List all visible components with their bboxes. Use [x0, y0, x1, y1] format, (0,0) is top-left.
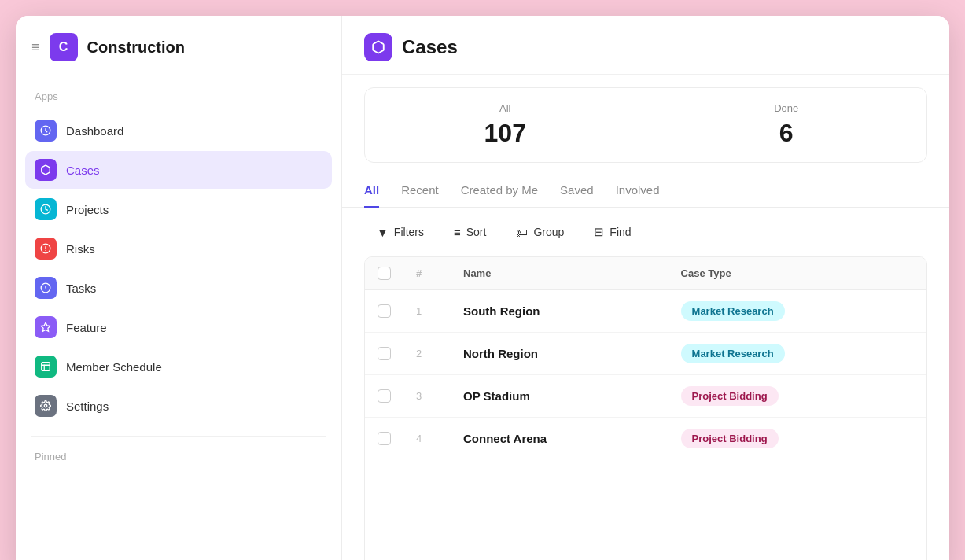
cases-table: # Name Case Type 1 South Region Market R… [364, 256, 927, 560]
table-row: 2 North Region Market Research [365, 333, 926, 375]
filters-button[interactable]: ▼ Filters [364, 219, 436, 245]
row-checkbox-4[interactable] [378, 432, 391, 445]
filter-icon: ▼ [377, 226, 389, 239]
sidebar-item-label-settings: Settings [66, 400, 109, 413]
row-checkbox-3[interactable] [378, 389, 391, 403]
workspace-avatar: C [50, 33, 78, 61]
sidebar-item-label-dashboard: Dashboard [66, 124, 123, 138]
sidebar-item-projects[interactable]: Projects [25, 190, 332, 228]
tabs-row: AllRecentCreated by MeSavedInvolved [342, 175, 949, 208]
case-type-badge-4: Project Bidding [681, 429, 779, 448]
sidebar-nav: DashboardCasesProjectsRisksTasksFeatureM… [16, 109, 341, 428]
sidebar-item-label-member-schedule: Member Schedule [66, 360, 162, 374]
col-case-type: Case Type [669, 257, 926, 290]
main-header: Cases [342, 16, 949, 75]
apps-label: Apps [16, 76, 341, 109]
stats-bar: All 107Done 6 [364, 87, 927, 163]
member-schedule-icon [35, 356, 57, 378]
toolbar-row: ▼ Filters ≡ Sort 🏷 Group ⊟ Find [342, 208, 949, 256]
sidebar-item-member-schedule[interactable]: Member Schedule [25, 348, 332, 385]
col-check [365, 257, 403, 290]
case-type-badge-3: Project Bidding [681, 386, 779, 406]
sidebar-item-settings[interactable]: Settings [25, 387, 332, 425]
case-type-badge-2: Market Research [681, 344, 785, 363]
select-all-checkbox[interactable] [378, 267, 391, 280]
sidebar: ≡ C Construction Apps DashboardCasesProj… [16, 16, 342, 560]
row-checkbox-2[interactable] [378, 347, 391, 360]
sidebar-header: ≡ C Construction [16, 16, 341, 76]
sidebar-item-risks[interactable]: Risks [25, 230, 332, 267]
sidebar-item-label-projects: Projects [66, 203, 109, 216]
cases-icon [35, 159, 57, 181]
svg-line-2 [46, 131, 47, 132]
sort-button[interactable]: ≡ Sort [441, 219, 499, 245]
tab-all[interactable]: All [364, 175, 379, 208]
dashboard-icon [35, 120, 57, 142]
sidebar-item-label-tasks: Tasks [66, 282, 96, 295]
col-name: Name [451, 257, 669, 290]
cases-icon [364, 33, 392, 61]
page-title: Cases [402, 36, 458, 58]
tasks-icon [35, 277, 57, 299]
stat-value: 107 [384, 119, 627, 148]
col-num: # [403, 257, 451, 290]
sidebar-divider [31, 436, 326, 437]
case-name-4: Connect Arena [463, 432, 547, 445]
case-type-badge-1: Market Research [681, 301, 785, 321]
sidebar-item-label-risks: Risks [66, 242, 95, 256]
workspace-name: Construction [87, 39, 185, 57]
feature-icon [35, 316, 57, 338]
tab-saved[interactable]: Saved [560, 175, 594, 208]
group-button[interactable]: 🏷 Group [503, 219, 576, 245]
table-row: 3 OP Stadium Project Bidding [365, 375, 926, 418]
sidebar-item-cases[interactable]: Cases [25, 151, 332, 189]
find-icon: ⊟ [594, 225, 604, 239]
sidebar-item-dashboard[interactable]: Dashboard [25, 112, 332, 149]
stat-item-all[interactable]: All 107 [365, 88, 646, 162]
sidebar-item-label-feature: Feature [66, 321, 107, 334]
table-row: 1 South Region Market Research [365, 290, 926, 333]
settings-icon [35, 395, 57, 417]
case-name-3: OP Stadium [463, 389, 530, 403]
svg-rect-10 [42, 363, 50, 371]
table-row: 4 Connect Arena Project Bidding [365, 418, 926, 460]
projects-icon [35, 198, 57, 220]
tab-created-by-me[interactable]: Created by Me [461, 175, 538, 208]
stat-label: Done [665, 102, 908, 114]
app-window: ≡ C Construction Apps DashboardCasesProj… [16, 16, 949, 560]
svg-marker-9 [41, 322, 50, 331]
find-button[interactable]: ⊟ Find [581, 219, 643, 245]
pinned-label: Pinned [16, 444, 341, 467]
case-name-1: South Region [463, 304, 540, 318]
stat-item-done[interactable]: Done 6 [646, 88, 927, 162]
menu-icon[interactable]: ≡ [31, 39, 40, 56]
stat-label: All [384, 102, 627, 114]
row-checkbox-1[interactable] [378, 304, 391, 318]
group-icon: 🏷 [516, 226, 528, 239]
risks-icon [35, 238, 57, 260]
sidebar-item-feature[interactable]: Feature [25, 308, 332, 346]
sidebar-item-tasks[interactable]: Tasks [25, 269, 332, 307]
case-name-2: North Region [463, 347, 538, 360]
stat-value: 6 [665, 119, 908, 148]
main-content: Cases All 107Done 6 AllRecentCreated by … [342, 16, 949, 560]
svg-point-13 [44, 404, 47, 407]
tab-involved[interactable]: Involved [616, 175, 660, 208]
sidebar-item-label-cases: Cases [66, 164, 100, 177]
sort-icon: ≡ [454, 226, 461, 239]
tab-recent[interactable]: Recent [401, 175, 439, 208]
